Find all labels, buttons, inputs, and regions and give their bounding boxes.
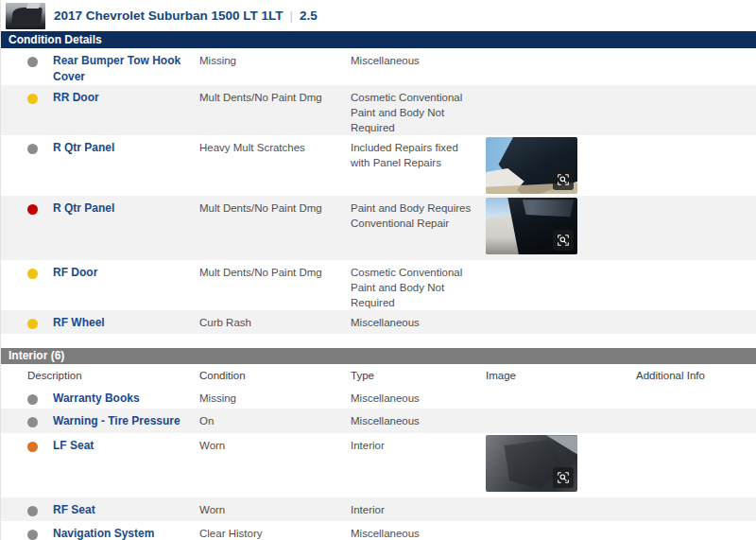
severity-dot: [27, 269, 38, 279]
severity-dot: [27, 57, 38, 67]
table-row: Warning - Tire Pressure On Miscellaneous: [1, 409, 756, 433]
table-row: Warranty Books Missing Miscellaneous: [1, 386, 756, 409]
description-link[interactable]: Navigation System: [53, 526, 154, 540]
severity-dot: [27, 94, 38, 104]
condition-value: Missing: [199, 48, 351, 85]
type-value: Included Repairs fixed with Panel Repair…: [351, 135, 486, 196]
type-value: Miscellaneous: [351, 48, 486, 85]
condition-value: Mult Dents/No Paint Dmg: [199, 196, 351, 260]
table-row: Rear Bumper Tow Hook Cover Missing Misce…: [1, 48, 756, 85]
type-value: Miscellaneous: [351, 409, 486, 433]
type-value: Miscellaneous: [351, 386, 486, 409]
zoom-photo-icon[interactable]: [553, 230, 574, 251]
condition-grade: 2.5: [300, 9, 318, 23]
severity-dot: [27, 319, 38, 329]
table-row: RF Seat Worn Interior: [1, 497, 756, 521]
section-header-condition-details: Condition Details: [1, 31, 756, 48]
type-value: Cosmetic Conventional Paint and Body Not…: [351, 85, 486, 135]
condition-photo-thumbnail[interactable]: [486, 198, 577, 254]
description-link[interactable]: Warranty Books: [53, 391, 140, 407]
vehicle-thumbnail-photo[interactable]: [6, 3, 45, 29]
description-link[interactable]: Warning - Tire Pressure: [53, 413, 180, 429]
condition-photo-thumbnail[interactable]: [486, 137, 577, 194]
table-column-headers: Description Condition Type Image Additio…: [1, 364, 756, 386]
zoom-photo-icon[interactable]: [553, 169, 574, 190]
type-value: Interior: [351, 433, 486, 497]
type-value: Miscellaneous: [351, 310, 486, 334]
severity-dot: [27, 506, 38, 516]
condition-value: Clear History: [199, 521, 351, 540]
description-link[interactable]: RF Wheel: [53, 315, 105, 331]
type-value: Miscellaneous: [351, 521, 486, 540]
condition-value: Missing: [199, 386, 351, 409]
vehicle-title: 2017 Chevrolet Suburban 1500 LT 1LT: [54, 9, 284, 23]
condition-value: Curb Rash: [199, 310, 351, 334]
description-link[interactable]: LF Seat: [53, 438, 94, 454]
description-link[interactable]: R Qtr Panel: [53, 200, 114, 217]
description-link[interactable]: RR Door: [53, 90, 99, 106]
condition-value: On: [199, 409, 351, 433]
severity-dot: [27, 442, 38, 452]
type-value: Interior: [351, 497, 486, 521]
table-row: LF Seat Worn Interior: [1, 433, 756, 497]
column-header-image: Image: [486, 370, 636, 381]
column-header-description: Description: [27, 370, 199, 381]
section-header-interior: Interior (6): [1, 348, 756, 364]
condition-value: Heavy Mult Scratches: [199, 135, 351, 196]
table-row: R Qtr Panel Heavy Mult Scratches Include…: [1, 135, 756, 196]
column-header-condition: Condition: [199, 370, 351, 381]
column-header-type: Type: [351, 370, 486, 381]
condition-photo-thumbnail[interactable]: [486, 435, 577, 492]
type-value: Cosmetic Conventional Paint and Body Not…: [351, 260, 486, 310]
condition-value: Worn: [199, 497, 351, 521]
description-link[interactable]: RF Door: [53, 265, 97, 281]
condition-value: Mult Dents/No Paint Dmg: [199, 260, 351, 310]
description-link[interactable]: RF Seat: [53, 502, 95, 518]
severity-dot: [27, 144, 38, 154]
condition-report-page: 2017 Chevrolet Suburban 1500 LT 1LT | 2.…: [0, 0, 756, 540]
description-link[interactable]: Rear Bumper Tow Hook Cover: [53, 53, 194, 85]
vehicle-title-bar: 2017 Chevrolet Suburban 1500 LT 1LT | 2.…: [1, 0, 756, 31]
table-row: Navigation System Clear History Miscella…: [1, 521, 756, 540]
zoom-photo-icon[interactable]: [553, 467, 574, 488]
severity-dot: [27, 417, 38, 427]
table-row: R Qtr Panel Mult Dents/No Paint Dmg Pain…: [1, 196, 756, 260]
severity-dot: [27, 204, 38, 215]
condition-value: Mult Dents/No Paint Dmg: [199, 85, 351, 135]
description-link[interactable]: R Qtr Panel: [53, 140, 114, 156]
condition-value: Worn: [199, 433, 351, 497]
table-row: RF Door Mult Dents/No Paint Dmg Cosmetic…: [1, 260, 756, 310]
type-value: Paint and Body Requires Conventional Rep…: [351, 196, 486, 260]
column-header-additional-info: Additional Info: [636, 370, 756, 381]
table-row: RF Wheel Curb Rash Miscellaneous: [1, 310, 756, 334]
title-separator: |: [290, 9, 293, 23]
severity-dot: [27, 530, 38, 540]
table-row: RR Door Mult Dents/No Paint Dmg Cosmetic…: [1, 85, 756, 135]
severity-dot: [27, 394, 38, 405]
